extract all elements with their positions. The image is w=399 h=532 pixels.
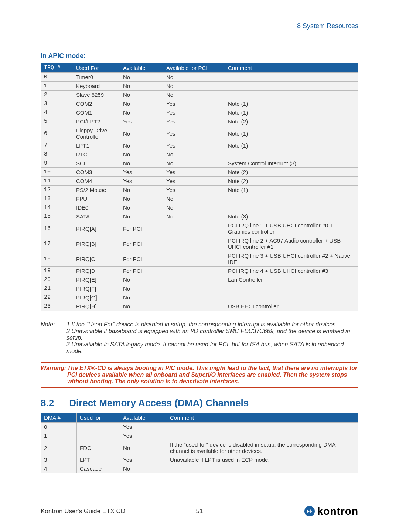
irq-cell: SCI (73, 159, 120, 168)
irq-cell: 15 (41, 212, 73, 221)
irq-cell: 6 (41, 126, 73, 141)
table-row: 22PIRQ[G]No (41, 293, 358, 302)
irq-cell: 12 (41, 186, 73, 194)
table-row: 1Yes (41, 431, 358, 440)
irq-cell: No (120, 108, 163, 117)
irq-cell: PCI/LPT2 (73, 117, 120, 126)
dma-cell: Yes (120, 431, 167, 440)
irq-cell: Note (1) (225, 108, 358, 117)
dma-cell (167, 431, 358, 440)
irq-cell: Yes (163, 126, 225, 141)
irq-cell: Note (2) (225, 117, 358, 126)
irq-cell (163, 293, 225, 302)
note-line: 1 If the "Used For" device is disabled i… (66, 321, 358, 328)
irq-cell: System Control Interrupt (3) (225, 159, 358, 168)
irq-cell: PS/2 Mouse (73, 186, 120, 194)
irq-header-cell: Used For (73, 63, 120, 73)
irq-cell: 7 (41, 141, 73, 150)
irq-cell (225, 293, 358, 302)
warning-block: Warning: The ETX®-CD is always booting i… (41, 362, 358, 388)
table-row: 1KeyboardNoNo (41, 82, 358, 91)
dma-cell: If the "used-for" device is disabled in … (167, 440, 358, 455)
brand-logo: kontron (304, 505, 358, 517)
irq-cell: Yes (163, 99, 225, 108)
dma-header-cell: DMA # (41, 413, 77, 423)
irq-cell: PIRQ[D] (73, 267, 120, 275)
dma-cell (167, 423, 358, 431)
apic-mode-title: In APIC mode: (41, 52, 358, 60)
irq-cell: For PCI (120, 267, 163, 275)
irq-cell: No (163, 159, 225, 168)
irq-cell: 11 (41, 177, 73, 186)
irq-cell (163, 267, 225, 275)
irq-cell: No (120, 126, 163, 141)
irq-cell (225, 284, 358, 293)
table-row: 2FDCNoIf the "used-for" device is disabl… (41, 440, 358, 455)
irq-cell: No (120, 203, 163, 212)
irq-cell: Note (2) (225, 168, 358, 177)
dma-cell: No (120, 464, 167, 473)
dma-cell: 1 (41, 431, 77, 440)
note-label: Note: (41, 321, 66, 355)
irq-cell: PIRQ[F] (73, 284, 120, 293)
footer-guide-title: Kontron User's Guide ETX CD (41, 508, 125, 515)
irq-cell: No (120, 99, 163, 108)
irq-cell: No (120, 275, 163, 284)
table-row: 12PS/2 MouseNoYesNote (1) (41, 186, 358, 194)
irq-cell: Lan Controller (225, 275, 358, 284)
table-row: 7LPT1NoYesNote (1) (41, 141, 358, 150)
table-row: 6Floppy Drive ControllerNoYesNote (1) (41, 126, 358, 141)
irq-cell: No (163, 194, 225, 203)
warning-text: The ETX®-CD is always booting in PIC mod… (67, 365, 358, 385)
irq-cell: Note (3) (225, 212, 358, 221)
irq-cell: Floppy Drive Controller (73, 126, 120, 141)
table-row: 23PIRQ[H]NoUSB EHCI controller (41, 302, 358, 311)
irq-header-cell: Comment (225, 63, 358, 73)
irq-cell: Note (1) (225, 126, 358, 141)
irq-cell: 16 (41, 221, 73, 236)
dma-cell: 0 (41, 423, 77, 431)
irq-cell: 20 (41, 275, 73, 284)
dma-header-cell: Used for (77, 413, 120, 423)
irq-cell: PCI IRQ line 1 + USB UHCI controller #0 … (225, 221, 358, 236)
irq-cell: No (120, 73, 163, 82)
irq-cell: Yes (120, 177, 163, 186)
irq-cell: Yes (120, 117, 163, 126)
dma-cell: Yes (120, 423, 167, 431)
irq-cell: No (120, 293, 163, 302)
dma-header-cell: Comment (167, 413, 358, 423)
table-row: 3LPTYesUnavailable if LPT is used in ECP… (41, 455, 358, 464)
irq-cell: Note (1) (225, 99, 358, 108)
dma-cell: 4 (41, 464, 77, 473)
irq-cell: FPU (73, 194, 120, 203)
irq-cell: 13 (41, 194, 73, 203)
irq-cell: For PCI (120, 251, 163, 267)
table-row: 8RTCNoNo (41, 150, 358, 159)
irq-cell: PCI IRQ line 4 + USB UHCI controller #3 (225, 267, 358, 275)
irq-cell: No (120, 150, 163, 159)
table-row: 4CascadeNo (41, 464, 358, 473)
table-row: 17PIRQ[B]For PCIPCI IRQ line 2 + AC97 Au… (41, 236, 358, 251)
irq-cell (225, 73, 358, 82)
irq-cell (163, 284, 225, 293)
dma-cell: No (120, 440, 167, 455)
page-footer: Kontron User's Guide ETX CD 51 kontron (41, 505, 358, 517)
irq-cell: Yes (120, 168, 163, 177)
irq-cell (163, 251, 225, 267)
dma-cell: 2 (41, 440, 77, 455)
note-line: 3 Unavailable in SATA legacy mode. It ca… (66, 341, 358, 355)
irq-cell: Yes (163, 141, 225, 150)
table-row: 0Yes (41, 423, 358, 431)
irq-cell: Yes (163, 168, 225, 177)
table-row: 11COM4YesYesNote (2) (41, 177, 358, 186)
irq-table: IRQ #Used ForAvailableAvailable for PCIC… (41, 63, 358, 311)
irq-cell: 4 (41, 108, 73, 117)
irq-cell: PIRQ[G] (73, 293, 120, 302)
table-row: 16PIRQ[A]For PCIPCI IRQ line 1 + USB UHC… (41, 221, 358, 236)
irq-cell: 19 (41, 267, 73, 275)
irq-cell: PIRQ[B] (73, 236, 120, 251)
table-row: 9SCINoNoSystem Control Interrupt (3) (41, 159, 358, 168)
irq-cell: No (163, 91, 225, 99)
section-title: Direct Memory Access (DMA) Channels (69, 397, 249, 409)
irq-cell: 10 (41, 168, 73, 177)
